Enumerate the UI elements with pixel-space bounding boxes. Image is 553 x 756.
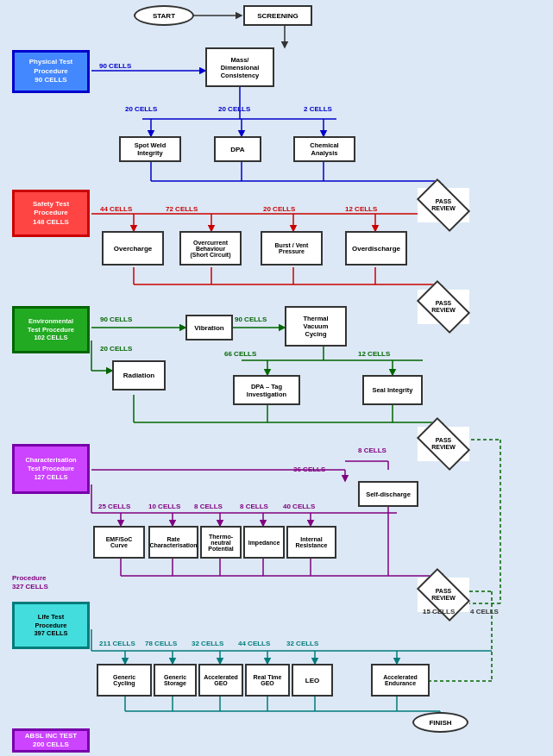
overcurrent-node: OvercurrentBehaviour(Short Circuit) <box>179 231 242 266</box>
impedance-node: Impedance <box>243 526 285 559</box>
chemical-node: ChemicalAnalysis <box>293 136 355 162</box>
diagram-container: START SCREENING Physical Test Procedure … <box>0 0 553 756</box>
absl-procedure-box: ABSL INC TEST200 CELLS <box>12 728 90 753</box>
label-life-44: 44 CELLS <box>238 640 270 647</box>
label-4cells: 4 CELLS <box>470 608 499 615</box>
generic-storage-node: GenericStorage <box>154 664 197 697</box>
label-life-78: 78 CELLS <box>145 640 177 647</box>
label-env-8: 8 CELLS <box>358 447 386 454</box>
label-life-32a: 32 CELLS <box>192 640 223 647</box>
label-char-25: 25 CELLS <box>98 503 130 510</box>
label-env-90a: 90 CELLS <box>100 316 132 323</box>
self-discharge-node: Self-discharge <box>358 481 418 507</box>
label-char-40: 40 CELLS <box>283 503 315 510</box>
label-env-20: 20 CELLS <box>100 345 132 353</box>
spot-weld-node: Spot WeldIntegrity <box>119 136 181 162</box>
screening-node: SCREENING <box>243 5 312 26</box>
accel-endurance-node: AcceleratedEndurance <box>371 664 430 697</box>
internal-resistance-node: InternalResistance <box>286 526 336 559</box>
label-char-8a: 8 CELLS <box>194 503 223 510</box>
char-procedure-box: CharacterisationTest Procedure127 CELLS <box>12 444 90 494</box>
environmental-procedure-box: EnvironmentalTest Procedure102 CELLS <box>12 306 90 353</box>
pass-review-4: PASSREVIEW <box>418 578 469 612</box>
overcharge-node: Overcharge <box>102 231 164 266</box>
safety-procedure-box: Safety TestProcedure148 CELLS <box>12 190 90 237</box>
rate-node: RateCharacterisation <box>148 526 198 559</box>
label-safety-20cells: 20 CELLS <box>263 205 295 213</box>
thermal-node: ThermalVacuumCycing <box>285 306 347 347</box>
label-12cells: 12 CELLS <box>345 205 377 213</box>
pass-review-2: PASSREVIEW <box>418 290 469 324</box>
label-90cells: 90 CELLS <box>99 62 131 70</box>
realtime-geo-node: Real TimeGEO <box>245 664 290 697</box>
label-life-211: 211 CELLS <box>99 640 135 647</box>
label-env-90b: 90 CELLS <box>235 316 267 323</box>
label-life-32b: 32 CELLS <box>286 640 318 647</box>
label-char-8b: 8 CELLS <box>240 503 268 510</box>
label-env-66: 66 CELLS <box>224 350 256 358</box>
dpa-node: DPA <box>214 136 261 162</box>
accel-geo-node: AcceleratedGEO <box>198 664 243 697</box>
radiation-node: Radiation <box>112 360 166 390</box>
emf-node: EMF/SoCCurve <box>93 526 145 559</box>
start-node: START <box>134 5 194 26</box>
mass-dim-node: Mass/DimensionalConsistency <box>205 47 274 87</box>
label-20cells-b: 20 CELLS <box>218 105 250 113</box>
life-procedure-box: Life TestProcedure397 CELLS <box>12 602 90 649</box>
label-15cells: 15 CELLS <box>423 608 455 615</box>
leo-node: LEO <box>292 664 333 697</box>
thermo-node: Thermo-neutralPotential <box>200 526 242 559</box>
vibration-node: Vibration <box>185 315 233 341</box>
label-72cells: 72 CELLS <box>166 205 198 213</box>
finish-node: FINISH <box>412 712 468 733</box>
physical-procedure-box: Physical Test Procedure 90 CELLS <box>12 50 90 93</box>
pass-review-1: PASSREVIEW <box>418 188 469 222</box>
pass-review-3: PASSREVIEW <box>418 427 469 461</box>
burst-node: Burst / VentPressure <box>261 231 323 266</box>
generic-cycling-node: GenericCycling <box>97 664 152 697</box>
dpa-tag-node: DPA – TagInvestigation <box>233 375 300 405</box>
label-char-10: 10 CELLS <box>148 503 180 510</box>
label-20cells-a: 20 CELLS <box>125 105 157 113</box>
label-44cells: 44 CELLS <box>100 205 132 213</box>
label-char-36: 36 CELLS <box>293 465 325 473</box>
procedure-327-label: Procedure 327 CELLS <box>12 574 48 592</box>
label-2cells: 2 CELLS <box>304 105 332 113</box>
seal-integrity-node: Seal Integrity <box>362 375 423 405</box>
overdischarge-node: Overdischarge <box>345 231 407 266</box>
label-env-12: 12 CELLS <box>358 350 390 358</box>
